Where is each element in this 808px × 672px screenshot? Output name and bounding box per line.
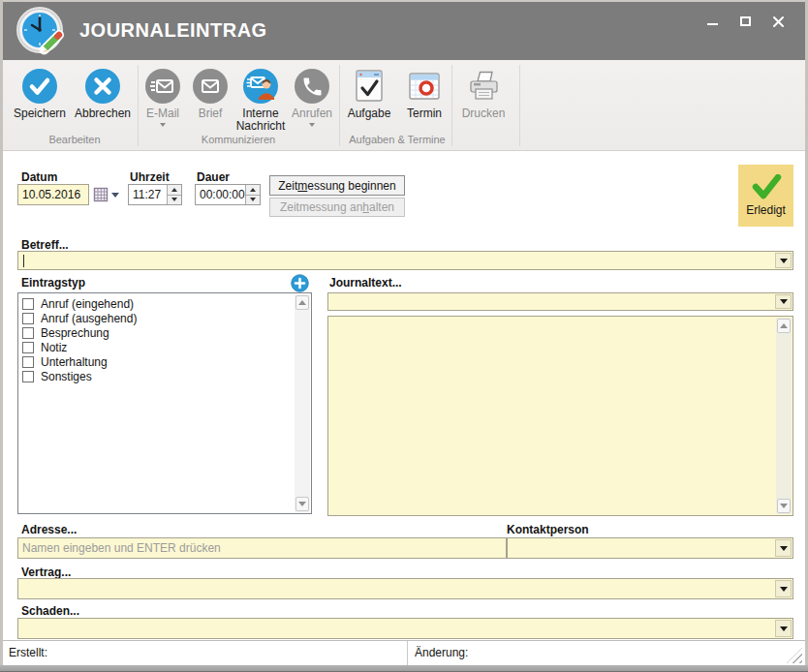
drucken-label: Drucken (462, 107, 506, 120)
scroll-down-button[interactable] (777, 499, 791, 513)
checkbox[interactable] (22, 356, 34, 368)
journaltext-scrollbar[interactable] (776, 318, 792, 514)
betreff-label: Betreff... (21, 238, 69, 252)
eintragstyp-scrollbar[interactable] (295, 294, 310, 512)
aenderung-label: Änderung: (415, 641, 468, 666)
checkbox[interactable] (22, 342, 34, 353)
checkbox[interactable] (22, 298, 34, 310)
window-controls (700, 12, 790, 31)
anrufen-dropdown-icon (309, 123, 315, 127)
schaden-combobox[interactable] (17, 618, 793, 639)
ribbon-separator (138, 65, 139, 146)
termin-button[interactable]: Termin (399, 68, 450, 120)
uhrzeit-down-button[interactable] (168, 196, 181, 205)
dauer-spin-buttons (245, 185, 260, 204)
list-item[interactable]: Anruf (ausgehend) (19, 311, 294, 325)
envelope-person-icon (242, 68, 279, 105)
resize-grip[interactable] (787, 648, 802, 663)
journaltext-textarea[interactable] (327, 316, 793, 516)
minimize-button[interactable] (700, 12, 724, 31)
speichern-button[interactable]: Speichern (10, 68, 70, 120)
dropdown-icon (780, 587, 788, 592)
vertrag-combobox[interactable] (17, 578, 793, 599)
dauer-down-button[interactable] (246, 196, 260, 205)
zeitmessung-beginnen-button[interactable]: Zeitmessung beginnen (269, 175, 405, 196)
email-label: E-Mail (146, 107, 179, 120)
zeitmessung-anhalten-button[interactable]: Zeitmessung anhalten (269, 198, 405, 217)
up-icon (298, 300, 306, 305)
uhrzeit-up-button[interactable] (168, 185, 181, 196)
calendar-picker-icon (93, 187, 109, 202)
list-item[interactable]: Notiz (19, 340, 294, 354)
list-item-label: Besprechung (41, 326, 109, 340)
erledigt-button[interactable]: Erledigt (738, 165, 793, 227)
erstellt-label: Erstellt: (9, 641, 47, 666)
email-button[interactable]: E-Mail (140, 68, 185, 127)
eintragstyp-add-button[interactable] (291, 274, 309, 292)
scroll-down-button[interactable] (295, 497, 309, 511)
list-item[interactable]: Sonstiges (19, 369, 294, 383)
betreff-dropdown-button[interactable] (775, 253, 792, 268)
calendar-red-circle-icon (407, 68, 442, 105)
checkbox[interactable] (22, 371, 34, 382)
scroll-up-button[interactable] (295, 295, 309, 310)
aufgabe-button[interactable]: Aufgabe (342, 68, 396, 120)
interne-nachricht-button[interactable]: Interne Nachricht (231, 68, 291, 133)
x-circle-icon (84, 68, 121, 105)
termin-label: Termin (407, 107, 442, 120)
dauer-value[interactable]: 00:00:00 (200, 185, 244, 204)
datum-picker-button[interactable] (93, 187, 119, 202)
eintragstyp-listbox[interactable]: Anruf (eingehend) Anruf (ausgehend) Besp… (17, 292, 312, 514)
list-item-label: Unterhaltung (41, 355, 108, 369)
dauer-up-button[interactable] (246, 185, 260, 196)
ribbon-separator (451, 65, 452, 146)
maximize-icon (740, 16, 751, 26)
scroll-up-button[interactable] (777, 319, 791, 333)
dropdown-icon (780, 546, 788, 551)
kontaktperson-combobox[interactable] (507, 537, 793, 559)
journaltext-label: Journaltext... (329, 276, 402, 290)
down-icon (298, 502, 306, 506)
datum-input[interactable] (17, 184, 89, 205)
app-icon (16, 6, 66, 56)
window-title: JOURNALEINTRAG (79, 2, 267, 60)
list-item[interactable]: Unterhaltung (19, 354, 294, 369)
list-item[interactable]: Besprechung (19, 325, 294, 340)
titlebar: JOURNALEINTRAG (3, 2, 805, 60)
brief-label: Brief (199, 107, 223, 120)
anrufen-button[interactable]: Anrufen (289, 68, 335, 127)
betreff-combobox[interactable] (17, 251, 793, 270)
window-frame-bottom (0, 665, 808, 672)
checkbox[interactable] (22, 313, 34, 324)
uhrzeit-value[interactable]: 11:27 (133, 185, 166, 204)
journaltext-dropdown-button[interactable] (775, 294, 792, 309)
brief-button[interactable]: Brief (188, 68, 233, 120)
uhrzeit-spinner[interactable]: 11:27 (128, 184, 182, 205)
checkbox[interactable] (22, 327, 34, 339)
adresse-input[interactable] (17, 537, 507, 559)
dropdown-icon (780, 259, 788, 263)
close-icon (772, 15, 785, 28)
task-check-icon (354, 68, 385, 105)
ribbon-separator (519, 65, 520, 146)
printer-icon (465, 68, 502, 105)
dropdown-icon (780, 626, 788, 631)
list-item[interactable]: Anruf (eingehend) (19, 296, 294, 311)
abbrechen-button[interactable]: Abbrechen (70, 68, 136, 120)
dauer-spinner[interactable]: 00:00:00 (195, 184, 261, 205)
ribbon-toolbar: Speichern Abbrechen E-Mail (3, 60, 805, 151)
vertrag-dropdown-button[interactable] (775, 580, 792, 597)
journaltext-combobox[interactable] (327, 292, 793, 311)
drucken-button[interactable]: Drucken (455, 68, 512, 120)
close-button[interactable] (766, 12, 790, 31)
maximize-button[interactable] (733, 12, 757, 31)
statusbar-divider (407, 641, 408, 665)
list-item-label: Anruf (ausgehend) (41, 312, 137, 325)
interne-nachricht-label: Interne Nachricht (231, 107, 291, 133)
down-icon (171, 198, 177, 201)
statusbar: Erstellt: Änderung: (3, 640, 805, 665)
list-item-label: Sonstiges (41, 370, 92, 383)
speichern-label: Speichern (14, 107, 66, 120)
schaden-dropdown-button[interactable] (775, 620, 792, 637)
kontaktperson-dropdown-button[interactable] (775, 539, 792, 557)
